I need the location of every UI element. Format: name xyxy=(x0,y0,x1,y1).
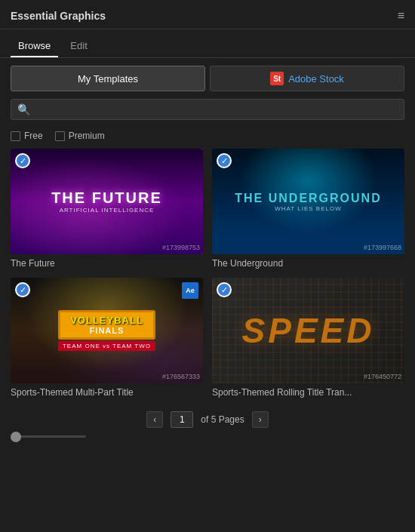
source-buttons: My Templates St Adobe Stock xyxy=(0,58,415,99)
page-number-input[interactable] xyxy=(171,411,193,428)
template-thumb-future: ✓ THE FUTURE ARTIFICIAL INTELLIGENCE #17… xyxy=(11,149,203,254)
template-id: #173997668 xyxy=(364,244,401,251)
template-item[interactable]: ✓ SPEED #176450772 Sports-Themed Rolling… xyxy=(212,278,404,398)
free-label: Free xyxy=(24,131,43,141)
pagination: ‹ of 5 Pages › xyxy=(0,405,415,432)
template-id: #173998753 xyxy=(162,244,200,251)
speed-text: SPEED xyxy=(242,310,375,351)
tab-browse[interactable]: Browse xyxy=(11,35,58,57)
template-label: The Underground xyxy=(212,258,404,269)
underground-text: THE UNDERGROUND WHAT LIES BELOW xyxy=(235,192,381,212)
zoom-slider-container xyxy=(0,432,415,445)
menu-icon[interactable]: ≡ xyxy=(398,9,404,23)
ae-badge: Ae xyxy=(182,282,198,299)
template-item[interactable]: ✓ THE FUTURE ARTIFICIAL INTELLIGENCE #17… xyxy=(11,149,203,269)
check-badge: ✓ xyxy=(15,153,30,168)
app-title: Essential Graphics xyxy=(11,10,398,22)
template-id: #176567333 xyxy=(162,373,200,380)
next-icon: › xyxy=(259,414,262,425)
template-label: Sports-Themed Rolling Title Tran... xyxy=(212,387,404,398)
check-badge: ✓ xyxy=(217,282,232,297)
search-icon: 🔍 xyxy=(17,103,30,115)
search-container: 🔍 xyxy=(0,99,415,128)
templates-grid: ✓ THE FUTURE ARTIFICIAL INTELLIGENCE #17… xyxy=(0,149,415,405)
adobe-stock-icon: St xyxy=(270,72,284,85)
prev-icon: ‹ xyxy=(153,414,156,425)
next-page-button[interactable]: › xyxy=(252,411,269,428)
zoom-slider-track xyxy=(11,435,86,438)
template-thumb-underground: ✓ THE UNDERGROUND WHAT LIES BELOW #17399… xyxy=(212,149,404,254)
future-text: THE FUTURE ARTIFICIAL INTELLIGENCE xyxy=(51,189,162,214)
premium-checkbox[interactable] xyxy=(55,131,65,141)
premium-label: Premium xyxy=(69,131,105,141)
free-filter-label[interactable]: Free xyxy=(11,131,43,141)
template-item[interactable]: ✓ THE UNDERGROUND WHAT LIES BELOW #17399… xyxy=(212,149,404,269)
template-item[interactable]: ✓ Ae VOLLEYBALL FINALS TEAM ONE vs TEAM … xyxy=(11,278,203,398)
template-thumb-speed: ✓ SPEED #176450772 xyxy=(212,278,404,383)
template-label: The Future xyxy=(11,258,203,269)
free-checkbox[interactable] xyxy=(11,131,20,141)
adobe-stock-button[interactable]: St Adobe Stock xyxy=(210,66,404,91)
filter-row: Free Premium xyxy=(0,128,415,149)
search-box: 🔍 xyxy=(11,99,404,120)
my-templates-button[interactable]: My Templates xyxy=(11,66,205,91)
header: Essential Graphics ≡ xyxy=(0,0,415,29)
tab-bar: Browse Edit xyxy=(0,29,415,58)
premium-filter-label[interactable]: Premium xyxy=(55,131,105,141)
template-thumb-volleyball: ✓ Ae VOLLEYBALL FINALS TEAM ONE vs TEAM … xyxy=(11,278,203,383)
page-total-label: of 5 Pages xyxy=(201,414,244,425)
tab-edit[interactable]: Edit xyxy=(63,35,94,57)
check-badge: ✓ xyxy=(217,153,232,168)
template-label: Sports-Themed Multi-Part Title xyxy=(11,387,203,398)
search-input[interactable] xyxy=(35,104,398,115)
zoom-slider-thumb[interactable] xyxy=(11,432,21,442)
adobe-stock-label: Adobe Stock xyxy=(288,73,344,85)
template-id: #176450772 xyxy=(364,373,401,380)
check-badge: ✓ xyxy=(15,282,30,297)
prev-page-button[interactable]: ‹ xyxy=(146,411,163,428)
